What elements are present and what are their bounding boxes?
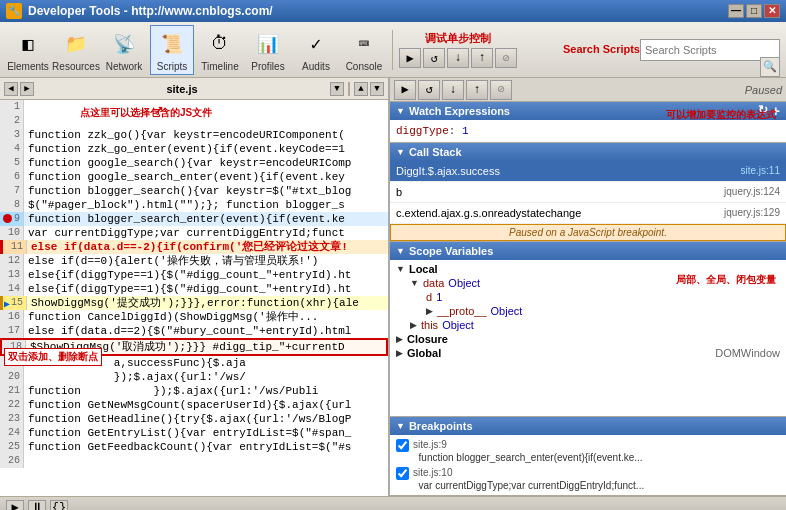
- watch-expressions-section: ▼ Watch Expressions ↻ + 可以增加要监控的表达式 digg…: [390, 102, 786, 143]
- scope-d-key: d: [426, 291, 432, 303]
- scope-closure[interactable]: ▶ Closure: [390, 332, 786, 346]
- bp-file-0: site.js:9: [413, 438, 643, 451]
- code-line-8: 8 $("#pager_block").html("");}; function…: [0, 198, 388, 212]
- line-num-23: 23: [0, 412, 24, 426]
- line-content-14: else{if(diggType==1){$("#digg_count_"+en…: [24, 282, 388, 296]
- paused-notice: Paused on a JavaScript breakpoint.: [390, 224, 786, 241]
- breakpoints-section: ▼ Breakpoints site.js:9 function blogger…: [390, 417, 786, 496]
- line-num-21: 21: [0, 384, 24, 398]
- bp-text-0: site.js:9 function blogger_search_enter(…: [413, 438, 643, 464]
- scope-this-key: this: [421, 319, 438, 331]
- line-num-7: 7: [0, 184, 24, 198]
- debug-step-into-btn2[interactable]: ↓: [442, 80, 464, 100]
- elements-icon: ◧: [12, 28, 44, 60]
- line-content-6: function google_search_enter(event){if(e…: [24, 170, 388, 184]
- search-button[interactable]: 🔍: [760, 57, 780, 77]
- minimize-button[interactable]: —: [728, 4, 744, 18]
- console-icon: ⌨: [348, 28, 380, 60]
- breakpoints-header[interactable]: ▼ Breakpoints: [390, 417, 786, 435]
- close-button[interactable]: ✕: [764, 4, 780, 18]
- status-play-button[interactable]: ▶: [6, 500, 24, 511]
- tab-resources[interactable]: 📁 Resources: [54, 25, 98, 75]
- code-line-10: 10 var currentDiggType;var currentDiggEn…: [0, 226, 388, 240]
- callstack-func-0: DiggIt.$.ajax.success: [396, 163, 741, 179]
- callstack-func-1: b: [396, 184, 724, 200]
- bp-item-0: site.js:9 function blogger_search_enter(…: [390, 437, 786, 465]
- bp-text-1: site.js:10 var currentDiggType;var curre…: [413, 466, 644, 492]
- resources-label: Resources: [52, 61, 100, 72]
- line-num-25: 25: [0, 440, 24, 454]
- profiles-icon: 📊: [252, 28, 284, 60]
- nav-up-button[interactable]: ▲: [354, 82, 368, 96]
- right-panel: ▶ ↺ ↓ ↑ ⊘ Paused ▼ Watch Expressions ↻ +: [390, 78, 786, 496]
- scope-global-label: Global: [407, 347, 441, 359]
- debug-play-btn2[interactable]: ▶: [394, 80, 416, 100]
- callstack-item-1[interactable]: b jquery.js:124: [390, 182, 786, 203]
- code-line-15: 15 ▶ ShowDiggMsg('提交成功');}}},error:funct…: [0, 296, 388, 310]
- tab-elements[interactable]: ◧ Elements: [6, 25, 50, 75]
- tab-profiles[interactable]: 📊 Profiles: [246, 25, 290, 75]
- code-line-3: 3 function zzk_go(){var keystr=encodeURI…: [0, 128, 388, 142]
- maximize-button[interactable]: □: [746, 4, 762, 18]
- line-num-15: 15 ▶: [3, 296, 27, 310]
- tab-audits[interactable]: ✓ Audits: [294, 25, 338, 75]
- bp-checkbox-0[interactable]: [396, 439, 409, 452]
- window-controls: — □ ✕: [728, 4, 780, 18]
- code-line-7: 7 function blogger_search(){var keystr=$…: [0, 184, 388, 198]
- line-content-13: else{if(diggType==1){$("#digg_count_"+en…: [24, 268, 388, 282]
- debug-deactivate-btn2[interactable]: ⊘: [490, 80, 512, 100]
- scope-closure-label: Closure: [407, 333, 448, 345]
- debug-step-over-btn2[interactable]: ↺: [418, 80, 440, 100]
- file-dropdown-button[interactable]: ▼: [330, 82, 344, 96]
- tab-scripts[interactable]: 📜 Scripts: [150, 25, 194, 75]
- tab-console[interactable]: ⌨ Console: [342, 25, 386, 75]
- line-num-13: 13: [0, 268, 24, 282]
- scope-global-left: ▶ Global: [396, 347, 441, 359]
- call-stack-header[interactable]: ▼ Call Stack: [390, 143, 786, 161]
- scope-proto[interactable]: ▶ __proto__ Object: [390, 304, 786, 318]
- status-format-button[interactable]: {}: [50, 500, 68, 511]
- debug-step-over-button[interactable]: ↺: [423, 48, 445, 68]
- debug-step-out-btn2[interactable]: ↑: [466, 80, 488, 100]
- line-content-7: function blogger_search(){var keystr=$("…: [24, 184, 388, 198]
- debug-deactivate-button[interactable]: ⊘: [495, 48, 517, 68]
- bp-checkbox-1[interactable]: [396, 467, 409, 480]
- nav-next-button[interactable]: ▶: [20, 82, 34, 96]
- line-content-11: else if(data.d==-2){if(confirm('您已经评论过这文…: [27, 240, 388, 254]
- code-area[interactable]: 1 2 3 function zzk_go(){var keystr=encod…: [0, 100, 388, 496]
- nav-down-button[interactable]: ▼: [370, 82, 384, 96]
- scope-data-key: data: [423, 277, 444, 289]
- console-label: Console: [346, 61, 383, 72]
- scripts-label: Scripts: [157, 61, 188, 72]
- nav-prev-button[interactable]: ◀: [4, 82, 18, 96]
- callstack-item-2[interactable]: c.extend.ajax.g.s.onreadystatechange jqu…: [390, 203, 786, 224]
- search-box: Search Scripts 🔍: [563, 39, 780, 61]
- scope-this[interactable]: ▶ this Object: [390, 318, 786, 332]
- code-line-12: 12 else if(d==0){alert('操作失败，请与管理员联系!'): [0, 254, 388, 268]
- file-panel: ◀ ▶ site.js ▼ ▲ ▼ 点这里可以选择包含的JS文件 ↗ 1: [0, 78, 390, 496]
- debug-step-into-button[interactable]: ↓: [447, 48, 469, 68]
- line-num-4: 4: [0, 142, 24, 156]
- watch-key: diggType: [396, 125, 449, 137]
- tab-network[interactable]: 📡 Network: [102, 25, 146, 75]
- search-annotation: Search Scripts: [563, 43, 640, 55]
- callstack-item-0[interactable]: DiggIt.$.ajax.success site.js:11: [390, 161, 786, 182]
- status-pause-button[interactable]: ⏸: [28, 500, 46, 511]
- debug-step-out-button[interactable]: ↑: [471, 48, 493, 68]
- scripts-icon: 📜: [156, 28, 188, 60]
- tab-timeline[interactable]: ⏱ Timeline: [198, 25, 242, 75]
- line-content-20: });$.ajax({url:'/ws/: [24, 370, 388, 384]
- callstack-content: DiggIt.$.ajax.success site.js:11 b jquer…: [390, 161, 786, 241]
- main-area: ◀ ▶ site.js ▼ ▲ ▼ 点这里可以选择包含的JS文件 ↗ 1: [0, 78, 786, 496]
- scope-header[interactable]: ▼ Scope Variables: [390, 242, 786, 260]
- search-input[interactable]: [640, 39, 780, 61]
- scope-closure-triangle: ▶: [396, 334, 403, 344]
- callstack-file-1: jquery.js:124: [724, 184, 780, 200]
- file-selector-bar: ◀ ▶ site.js ▼ ▲ ▼: [0, 78, 388, 100]
- scope-variables-section: ▼ Scope Variables 局部、全局、闭包变量 ▼ Local ▼ d…: [390, 242, 786, 417]
- scope-data-val: Object: [448, 277, 480, 289]
- scope-global[interactable]: ▶ Global DOMWindow: [390, 346, 786, 360]
- debug-play-button[interactable]: ▶: [399, 48, 421, 68]
- title-bar: 🔧 Developer Tools - http://www.cnblogs.c…: [0, 0, 786, 22]
- code-line-21: 21 function });$.ajax({url:'/ws/Publi: [0, 384, 388, 398]
